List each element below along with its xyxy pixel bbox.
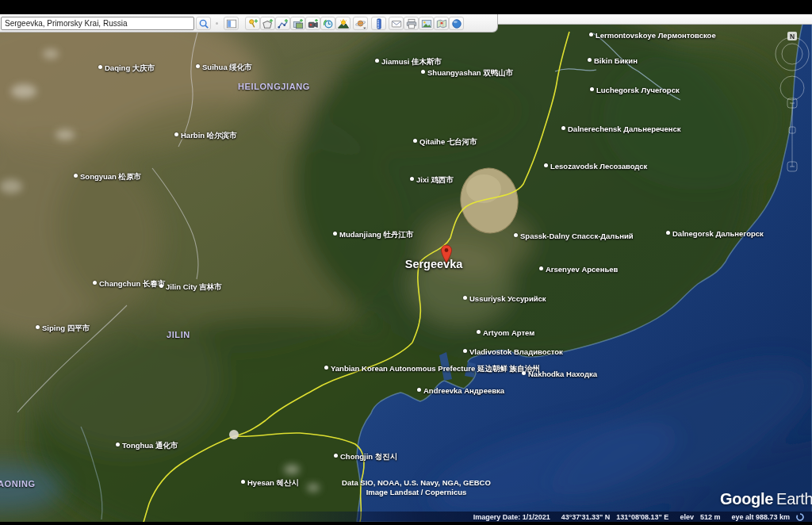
historical-imagery-button[interactable] (320, 17, 335, 30)
city-dot-icon (196, 64, 200, 68)
add-polygon-button[interactable] (260, 17, 275, 30)
city-dot-icon (590, 87, 594, 91)
ruler-button[interactable] (371, 17, 386, 30)
province-label: HEILONGJIANG (238, 82, 310, 91)
planets-button[interactable] (353, 17, 368, 30)
city-label[interactable]: Vladivostok Владивосток (463, 348, 563, 356)
city-name: Jiamusi 佳木斯市 (381, 58, 442, 66)
city-dot-icon (417, 388, 421, 392)
city-dot-icon (477, 330, 481, 334)
city-label[interactable]: Jixi 鸡西市 (410, 176, 454, 184)
print-button[interactable] (404, 17, 419, 30)
city-name: Dalnerechensk Дальнереченск (568, 125, 681, 133)
province-label: JILIN (167, 330, 190, 339)
city-label[interactable]: Harbin 哈尔滨市 (174, 132, 237, 140)
city-label[interactable]: Lesozavodsk Лесозаводск (544, 163, 647, 171)
city-label[interactable]: Mudanjiang 牡丹江市 (333, 231, 413, 239)
email-button[interactable] (389, 17, 404, 30)
elevation-value: 512 m (700, 513, 721, 521)
search-input[interactable] (1, 17, 194, 30)
city-label[interactable]: Ussuriysk Уссурийск (463, 295, 546, 303)
city-dot-icon (98, 65, 102, 69)
record-tour-icon (308, 18, 319, 29)
city-name: Chongjin 청진시 (340, 453, 397, 461)
polygon-icon (262, 18, 274, 29)
city-label[interactable]: Arsenyev Арсеньев (539, 266, 618, 274)
logo-earth: Earth (776, 490, 812, 508)
placemark-label[interactable]: Sergeevka (405, 258, 463, 270)
view-in-google-maps-button[interactable] (434, 17, 449, 30)
city-name: Qitaihe 七台河市 (419, 138, 477, 146)
add-path-button[interactable] (275, 17, 290, 30)
city-label[interactable]: Dalnegorsk Дальнегорск (666, 230, 764, 238)
search-button[interactable] (196, 17, 211, 30)
city-label[interactable]: Andreevka Андреевка (417, 387, 504, 395)
city-label[interactable]: Dalnerechensk Дальнереченск (561, 125, 681, 133)
city-dot-icon (334, 454, 338, 458)
city-label[interactable]: Qitaihe 七台河市 (413, 138, 477, 146)
city-dot-icon (421, 70, 425, 74)
save-image-button[interactable] (419, 17, 434, 30)
earth-web-globe-icon (451, 18, 462, 29)
latitude: 43°37'31.33" N (561, 513, 611, 521)
city-label[interactable]: Siping 四平市 (36, 324, 90, 332)
city-label[interactable]: Bikin Бикин (588, 57, 638, 65)
record-tour-button[interactable] (305, 17, 320, 30)
imagery-date: Imagery Date: 1/1/2021 (473, 513, 550, 521)
city-dot-icon (539, 266, 543, 270)
toolbar (0, 14, 498, 33)
city-label[interactable]: Yanbian Korean Autonomous Prefecture 延边朝… (324, 365, 540, 373)
city-dot-icon (159, 284, 163, 288)
longitude: 131°08'08.13" E (616, 513, 668, 521)
city-dot-icon (241, 480, 245, 484)
city-dot-icon (375, 59, 379, 63)
city-name: Songyuan 松原市 (80, 173, 141, 181)
google-maps-icon (436, 18, 447, 29)
add-placemark-button[interactable] (245, 17, 260, 30)
city-dot-icon (522, 371, 526, 375)
city-label[interactable]: Jilin City 吉林市 (159, 283, 222, 291)
city-label[interactable]: Changchun 长春市 (93, 280, 165, 288)
city-name: Vladivostok Владивосток (469, 348, 563, 356)
city-label[interactable]: Suihua 绥化市 (196, 63, 252, 71)
city-label[interactable]: Shuangyashan 双鸭山市 (421, 69, 513, 77)
city-dot-icon (74, 174, 78, 178)
placemark-icon (247, 18, 259, 29)
city-name: Artyom Артем (483, 329, 534, 337)
city-label[interactable]: Nakhodka Находка (522, 370, 597, 378)
ruler-icon (373, 18, 385, 29)
city-name: Yanbian Korean Autonomous Prefecture 延边朝… (331, 365, 540, 373)
city-label[interactable]: Hyesan 혜산시 (241, 479, 299, 487)
city-label[interactable]: Luchegorsk Лучегорск (590, 86, 680, 94)
city-dot-icon (410, 177, 414, 181)
city-label[interactable]: Chongjin 청진시 (334, 453, 397, 461)
historical-imagery-icon (323, 18, 334, 29)
city-label[interactable]: Lermontovskoye Лермонтовское (589, 32, 716, 40)
earth-web-button[interactable] (449, 17, 464, 30)
sidebar-toggle-button[interactable] (224, 17, 239, 30)
city-name: Daqing 大庆市 (105, 64, 155, 72)
city-dot-icon (561, 126, 565, 130)
city-label[interactable]: Songyuan 松原市 (74, 173, 141, 181)
city-name: Nakhodka Находка (528, 370, 597, 378)
city-name: Spassk-Dalny Спасск-Дальний (520, 232, 634, 240)
city-name: Shuangyashan 双鸭山市 (427, 69, 513, 77)
sunlight-button[interactable] (335, 17, 350, 30)
search-icon (198, 18, 209, 29)
city-dot-icon (36, 325, 40, 329)
map-viewport[interactable]: N Lermontovskoye ЛермонтовскоеBikin Бики… (0, 24, 812, 522)
city-dot-icon (463, 349, 467, 353)
city-label[interactable]: Tonghua 通化市 (116, 442, 178, 450)
add-image-overlay-button[interactable] (290, 17, 305, 30)
print-icon (406, 18, 417, 29)
city-name: Tonghua 通化市 (122, 442, 178, 450)
city-label[interactable]: Spassk-Dalny Спасск-Дальний (514, 232, 634, 240)
logo-google: Google (720, 490, 773, 508)
city-dot-icon (333, 232, 337, 236)
sunlight-icon (338, 18, 349, 29)
city-label[interactable]: Daqing 大庆市 (98, 64, 155, 72)
window-title-bar (0, 0, 812, 14)
elevation-label: elev (680, 513, 694, 521)
city-label[interactable]: Jiamusi 佳木斯市 (375, 58, 442, 66)
city-label[interactable]: Artyom Артем (477, 329, 534, 337)
